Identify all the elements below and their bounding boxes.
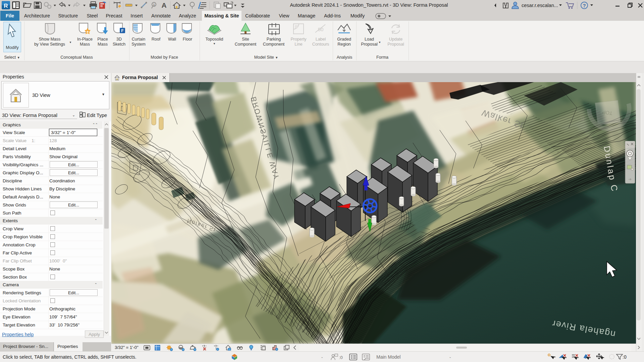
svg-text:50: 50 [318, 26, 324, 32]
svg-text:R: R [4, 3, 8, 9]
svg-text:E: E [580, 115, 584, 122]
svg-text:A: A [161, 1, 166, 9]
svg-text:?: ? [583, 3, 586, 8]
svg-text:1: 1 [153, 3, 155, 6]
svg-text::0: :0 [339, 355, 343, 360]
svg-text:F: F [121, 28, 123, 33]
svg-text:cesar.r.escalan...: cesar.r.escalan... [522, 3, 558, 8]
